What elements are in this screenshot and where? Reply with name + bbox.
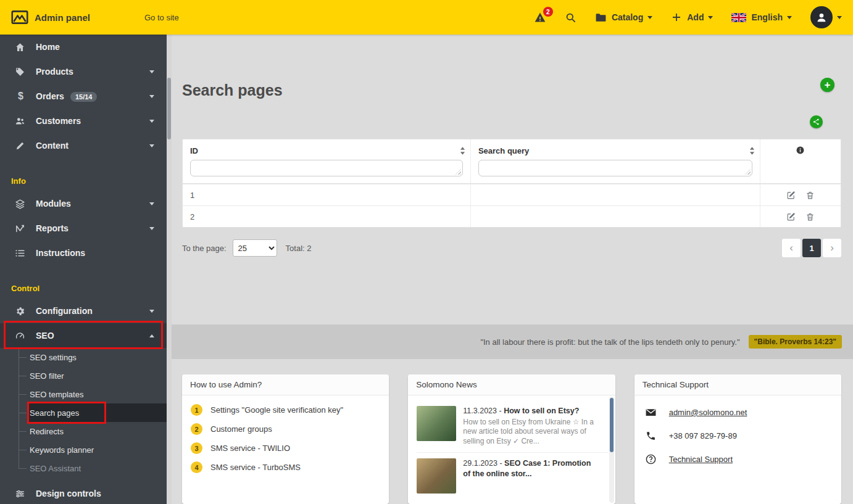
settings-share-button[interactable] <box>810 115 823 128</box>
chevron-down-icon <box>837 16 842 19</box>
submenu-item-seo-settings[interactable]: SEO settings <box>0 348 167 366</box>
search-pages-table: ID Search query <box>182 139 841 228</box>
sidebar-item-modules[interactable]: Modules <box>0 191 167 216</box>
news-card: Solomono News 11.3.2023 - How to sell on… <box>408 374 615 504</box>
chevron-down-icon <box>149 144 154 147</box>
news-thumbnail <box>417 458 456 494</box>
user-avatar-icon <box>810 6 833 28</box>
sidebar-section-info: Info <box>0 158 167 191</box>
sidebar-item-reports[interactable]: Reports <box>0 216 167 241</box>
cell-query <box>471 184 760 205</box>
sidebar-item-design-controls[interactable]: Design controls <box>0 481 167 504</box>
user-menu[interactable] <box>810 6 842 28</box>
card-title: Solomono News <box>408 374 615 395</box>
go-to-site-link[interactable]: Go to site <box>144 13 179 22</box>
page-size-select[interactable]: 25 <box>233 239 277 257</box>
dollar-icon: $ <box>15 91 27 102</box>
delete-icon[interactable] <box>805 191 815 200</box>
page-1-button[interactable]: 1 <box>802 239 821 257</box>
quote-source-badge: "Bible. Proverbs 14:23" <box>749 335 842 349</box>
main-content: Search pages + ID Search query <box>172 35 853 504</box>
sidebar-item-products[interactable]: Products <box>0 59 167 84</box>
users-icon <box>15 116 27 126</box>
news-item[interactable]: 29.1.2023 - SEO Case 1: Promotion of the… <box>417 452 607 499</box>
info-icon[interactable] <box>796 146 805 155</box>
alerts-button[interactable]: 2 <box>534 11 546 23</box>
submenu-item-label: SEO filter <box>30 371 64 381</box>
add-label: Add <box>687 12 704 22</box>
catalog-menu[interactable]: Catalog <box>595 12 652 23</box>
list-icon <box>15 248 27 258</box>
step-number-badge: 1 <box>191 404 202 416</box>
plus-icon <box>671 12 682 23</box>
howto-item[interactable]: 2 Customer groups <box>189 419 381 439</box>
news-description: How to sell on Etsy from Ukraine ☆ In a … <box>463 418 597 447</box>
page-title: Search pages <box>182 81 841 99</box>
sort-icon[interactable] <box>749 147 755 155</box>
uk-flag-icon <box>731 13 746 22</box>
quote-text: "In all labour there is profit: but the … <box>480 337 739 347</box>
alerts-badge: 2 <box>543 7 553 17</box>
submenu-item-search-pages[interactable]: Search pages <box>0 403 167 422</box>
sliders-icon <box>15 489 27 499</box>
search-icon[interactable] <box>565 12 576 23</box>
sidebar-item-configuration[interactable]: Configuration <box>0 299 167 323</box>
news-title[interactable]: How to sell on Etsy? <box>504 407 579 415</box>
column-header-actions <box>760 139 841 157</box>
chevron-up-icon <box>149 334 154 337</box>
cell-id: 2 <box>183 205 471 227</box>
next-page-button[interactable]: › <box>823 239 841 257</box>
submenu-item-redirects[interactable]: Redirects <box>0 422 167 440</box>
sidebar-item-label: Reports <box>36 223 145 233</box>
orders-count-badge: 15/14 <box>70 92 98 102</box>
howto-item[interactable]: 3 SMS service - TWILIO <box>189 439 381 458</box>
column-header-query[interactable]: Search query <box>471 139 760 157</box>
sidebar-item-orders[interactable]: $ Orders15/14 <box>0 84 167 109</box>
language-menu[interactable]: English <box>731 12 792 22</box>
submenu-item-seo-filter[interactable]: SEO filter <box>0 366 167 385</box>
catalog-label: Catalog <box>612 12 643 22</box>
howto-item[interactable]: 4 SMS service - TurboSMS <box>189 458 381 477</box>
news-item[interactable]: 11.3.2023 - How to sell on Etsy? How to … <box>417 400 607 452</box>
submenu-item-label: Keywords planner <box>30 445 94 455</box>
support-phone-number: +38 097 829-79-89 <box>669 431 737 440</box>
support-email-link[interactable]: admin@solomono.net <box>669 408 747 417</box>
submenu-item-keywords-planner[interactable]: Keywords planner <box>0 440 167 459</box>
delete-icon[interactable] <box>805 212 815 221</box>
card-title: Technical Support <box>635 374 841 395</box>
question-circle-icon <box>644 453 658 465</box>
folder-icon <box>595 12 607 23</box>
query-filter-input[interactable] <box>478 160 752 176</box>
add-search-page-button[interactable]: + <box>820 78 834 92</box>
prev-page-button[interactable]: ‹ <box>782 239 801 257</box>
sidebar-item-content[interactable]: Content <box>0 133 167 158</box>
table-row: 2 <box>183 205 841 227</box>
sidebar-item-seo[interactable]: SEO <box>0 323 167 348</box>
step-number-badge: 3 <box>191 442 202 454</box>
sidebar-item-label: Orders <box>36 91 64 101</box>
scrollbar-thumb[interactable] <box>167 78 171 139</box>
edit-icon[interactable] <box>786 191 796 200</box>
sidebar-item-home[interactable]: Home <box>0 35 167 59</box>
chevron-down-icon <box>149 120 154 123</box>
support-link[interactable]: Technical Support <box>669 455 733 464</box>
sidebar-item-instructions[interactable]: Instructions <box>0 241 167 265</box>
sidebar-item-customers[interactable]: Customers <box>0 109 167 133</box>
support-email-row: admin@solomono.net <box>642 400 834 424</box>
sidebar-item-label: Products <box>36 67 145 76</box>
howto-item[interactable]: 1 Settings "Google site verification key… <box>189 400 381 419</box>
submenu-item-seo-assistant[interactable]: SEO Assistant <box>0 459 167 477</box>
language-label: English <box>751 12 783 22</box>
edit-icon[interactable] <box>786 212 796 221</box>
column-header-id[interactable]: ID <box>183 139 471 157</box>
submenu-item-label: SEO settings <box>30 353 77 362</box>
sort-icon[interactable] <box>460 147 465 155</box>
sidebar-scrollbar[interactable] <box>167 35 172 504</box>
add-menu[interactable]: Add <box>671 12 713 23</box>
news-scrollbar[interactable] <box>609 397 614 503</box>
submenu-item-seo-templates[interactable]: SEO templates <box>0 385 167 403</box>
home-icon <box>15 42 27 52</box>
pagination: ‹ 1 › <box>782 239 841 257</box>
scrollbar-thumb[interactable] <box>610 398 614 452</box>
id-filter-input[interactable] <box>190 160 463 176</box>
